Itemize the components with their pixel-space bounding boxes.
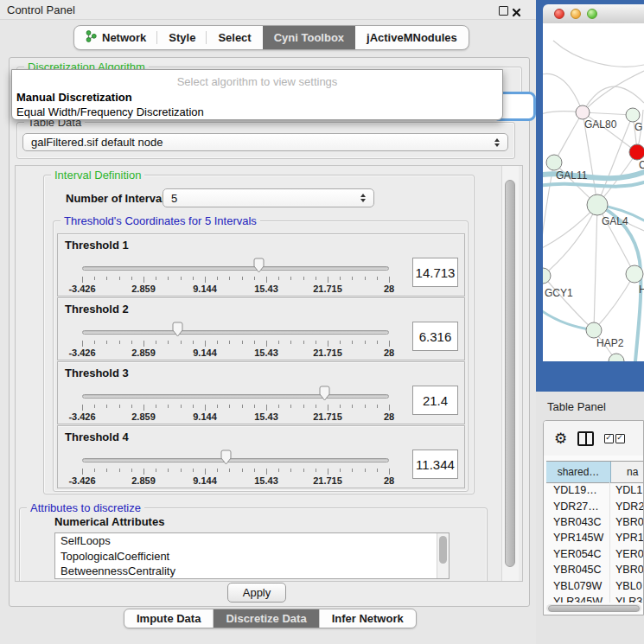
network-node-h[interactable] <box>626 265 643 283</box>
tab-discretize-data[interactable]: Discretize Data <box>214 609 319 628</box>
network-node-g[interactable] <box>626 108 640 122</box>
slider-track[interactable] <box>82 266 389 271</box>
threshold-slider[interactable]: -3.4262.8599.14415.4321.71528 <box>82 426 389 488</box>
cell-name[interactable]: YBR0 <box>610 562 643 577</box>
column-layout-icon[interactable] <box>577 431 594 446</box>
scrollbar-thumb[interactable] <box>548 605 640 612</box>
cell-shared-name[interactable]: YBR043C <box>546 514 610 530</box>
attributes-list-scrollbar[interactable] <box>437 533 449 578</box>
slider-track[interactable] <box>82 330 389 335</box>
attribute-list-item[interactable]: TopologicalCoefficient <box>55 549 449 564</box>
cell-shared-name[interactable]: YLR345W <box>546 594 610 603</box>
number-of-intervals-combobox[interactable]: 5 <box>163 188 374 207</box>
threshold-value-field[interactable]: 21.4 <box>412 386 458 415</box>
gear-icon[interactable]: ⚙ <box>554 431 567 446</box>
network-edge[interactable] <box>553 41 644 67</box>
column-header-name[interactable]: na <box>611 462 643 482</box>
cell-name[interactable]: YDR2 <box>610 498 643 513</box>
table-row[interactable]: YLR345WYLR3 <box>546 594 643 603</box>
table-row[interactable]: YDR27…YDR2 <box>546 498 643 513</box>
slider-tick-label: 2.859 <box>131 348 156 358</box>
tab-cyni-toolbox[interactable]: Cyni Toolbox <box>263 26 355 49</box>
table-row[interactable]: YPR145WYPR1 <box>546 530 643 545</box>
tab-infer-network[interactable]: Infer Network <box>320 609 416 628</box>
cell-shared-name[interactable]: YER054C <box>546 546 610 562</box>
network-node-gal4[interactable] <box>587 194 608 215</box>
dropdown-option-equal-width-frequency[interactable]: Equal Width/Frequency Discretization <box>16 105 204 118</box>
slider-tick <box>290 405 291 408</box>
tab-style[interactable]: Style <box>157 26 207 49</box>
threshold-value-field[interactable]: 11.344 <box>412 450 458 479</box>
float-window-icon[interactable] <box>499 6 508 16</box>
slider-tick <box>193 341 194 344</box>
network-edge[interactable] <box>543 276 594 330</box>
table-row[interactable]: YBR045CYBR0 <box>546 562 643 577</box>
network-edge[interactable] <box>543 73 583 112</box>
table-row[interactable]: YDL19…YDL1 <box>546 482 643 498</box>
network-node-hap2[interactable] <box>586 322 602 338</box>
cell-shared-name[interactable]: YDL19… <box>546 482 610 498</box>
cell-name[interactable]: YER0 <box>610 546 643 562</box>
cell-shared-name[interactable]: YPR145W <box>546 530 610 545</box>
tab-select[interactable]: Select <box>207 26 262 49</box>
zoom-traffic-light-icon[interactable] <box>587 9 597 19</box>
slider-thumb[interactable] <box>318 386 331 401</box>
slider-tick-label: 28 <box>384 411 394 422</box>
threshold-slider[interactable]: -3.4262.8599.14415.4321.71528 <box>82 298 389 360</box>
threshold-slider[interactable]: -3.4262.8599.14415.4321.71528 <box>82 362 389 424</box>
cell-name[interactable]: YBL0 <box>610 577 643 593</box>
table-row[interactable]: YBR043CYBR0 <box>546 514 643 530</box>
attribute-list-item[interactable]: SelfLoops <box>55 533 449 549</box>
apply-button[interactable]: Apply <box>227 583 286 603</box>
cell-name[interactable]: YLR3 <box>610 594 643 603</box>
cell-name[interactable]: YDL1 <box>610 482 643 498</box>
network-node-c[interactable] <box>629 144 644 160</box>
network-edge[interactable] <box>594 274 634 330</box>
table-row[interactable]: YER054CYER0 <box>546 546 643 562</box>
table-horizontal-scrollbar[interactable] <box>546 604 641 612</box>
cell-shared-name[interactable]: YBR045C <box>546 562 610 577</box>
close-icon[interactable] <box>512 5 521 15</box>
column-header-shared-name[interactable]: shared… <box>546 462 611 482</box>
threshold-value-field[interactable]: 14.713 <box>412 258 458 287</box>
slider-thumb[interactable] <box>252 258 265 273</box>
tab-jactivemnodules[interactable]: jActiveMNodules <box>355 26 469 49</box>
network-window-titlebar[interactable] <box>543 4 644 24</box>
scrollbar-thumb[interactable] <box>505 180 515 567</box>
cell-name[interactable]: YBR0 <box>610 514 643 530</box>
minimize-traffic-light-icon[interactable] <box>571 9 581 19</box>
threshold-slider[interactable]: -3.4262.8599.14415.4321.71528 <box>82 234 389 296</box>
network-node-gal80[interactable] <box>576 105 590 119</box>
close-traffic-light-icon[interactable] <box>554 9 564 19</box>
network-edge[interactable] <box>583 71 644 112</box>
cell-name[interactable]: YPR1 <box>610 530 643 545</box>
network-canvas[interactable]: GAL80GCGAL11GAL4GCY1HHAP2 <box>543 23 644 361</box>
table-header-row: shared… na <box>546 461 643 483</box>
dropdown-prompt-option[interactable]: Select algorithm to view settings <box>12 75 502 88</box>
numerical-attributes-list[interactable]: SelfLoopsTopologicalCoefficientBetweenne… <box>54 532 450 579</box>
network-edge[interactable] <box>583 112 633 115</box>
network-edge[interactable] <box>554 112 583 163</box>
slider-thumb[interactable] <box>171 322 184 337</box>
tab-network[interactable]: Network <box>74 26 157 49</box>
attribute-list-item[interactable]: BetweennessCentrality <box>55 564 449 579</box>
slider-tick <box>340 341 341 344</box>
select-columns-icon[interactable] <box>604 434 625 443</box>
table-row[interactable]: YBL079WYBL0 <box>546 577 643 593</box>
slider-track[interactable] <box>82 458 389 462</box>
slider-track[interactable] <box>82 394 389 399</box>
network-edge[interactable] <box>594 205 597 330</box>
network-edge[interactable] <box>543 205 597 276</box>
network-edge-highlighted[interactable] <box>543 182 644 187</box>
cell-shared-name[interactable]: YBL079W <box>546 577 610 593</box>
tab-impute-data[interactable]: Impute Data <box>124 609 214 628</box>
cell-shared-name[interactable]: YDR27… <box>546 498 610 513</box>
network-node[interactable] <box>609 354 624 361</box>
settings-vertical-scrollbar[interactable] <box>501 166 519 581</box>
slider-thumb[interactable] <box>220 450 233 465</box>
network-edge-highlighted[interactable] <box>543 309 594 330</box>
dropdown-option-manual-discretization[interactable]: Manual Discretization <box>16 91 132 104</box>
network-node-gal11[interactable] <box>546 155 562 170</box>
threshold-value-field[interactable]: 6.316 <box>412 322 458 351</box>
table-data-combobox[interactable]: galFiltered.sif default node <box>22 133 508 151</box>
